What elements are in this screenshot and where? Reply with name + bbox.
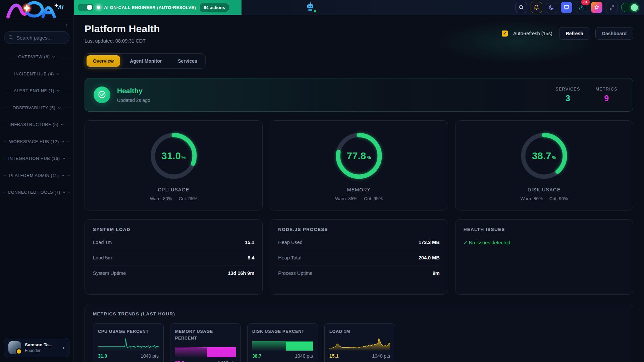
- chevron-down-icon: [58, 107, 61, 109]
- sidebar: AI ‹ OVERVIEW (6) INCIDENT HUB (4) ALERT…: [0, 0, 74, 362]
- gauge-label: DISK USAGE: [528, 187, 561, 192]
- expand-icon[interactable]: [606, 2, 618, 13]
- gauge-label: CPU USAGE: [158, 187, 190, 192]
- chevron-down-icon: [61, 141, 64, 143]
- gauge-card: 38.7% DISK USAGE Warn: 80% Crit: 90%: [455, 120, 633, 210]
- trend-card: DISK USAGE PERCENT 38.7 1040 pts: [247, 323, 318, 362]
- chat-icon[interactable]: [561, 2, 572, 13]
- metric-value: 9m: [433, 270, 440, 276]
- notification-count-badge: 31: [581, 0, 590, 5]
- nav-item-label: OVERVIEW (6): [18, 55, 50, 59]
- metrics-trends-panel: METRICS TRENDS (LAST HOUR) CPU USAGE PER…: [85, 304, 633, 362]
- chevron-down-icon: [56, 73, 59, 75]
- sidebar-item-infrastructure-5[interactable]: INFRASTRUCTURE (5): [3, 116, 70, 133]
- sidebar-item-integration-hub-16[interactable]: INTEGRATION HUB (16): [3, 150, 70, 167]
- info-card-title: NODE.JS PROCESS: [278, 227, 439, 232]
- gauge-thresholds: Warn: 85% Crit: 95%: [335, 196, 383, 201]
- toggle-knob: [631, 4, 638, 11]
- status-text: Healthy: [117, 87, 150, 95]
- chevron-down-icon: [62, 158, 65, 160]
- metric-label: Load 5m: [93, 255, 112, 260]
- sidebar-item-overview-6[interactable]: OVERVIEW (6): [3, 49, 70, 66]
- stat-value: 9: [596, 94, 618, 103]
- trend-title: LOAD 1M: [329, 328, 390, 335]
- sidebar-item-workspace-hub-12[interactable]: WORKSPACE HUB (12): [3, 133, 70, 150]
- star-icon[interactable]: [591, 2, 602, 13]
- search-input[interactable]: [4, 31, 69, 44]
- nav-item-label: INCIDENT HUB (4): [14, 72, 54, 76]
- agent-toggle[interactable]: [78, 4, 93, 11]
- warn-threshold: Warn: 85%: [335, 196, 357, 201]
- status-banner: Healthy Updated 2s ago SERVICES 3 METRIC…: [85, 78, 633, 112]
- sidebar-item-alert-engine-1[interactable]: ALERT ENGINE (1): [3, 82, 70, 100]
- tab-overview[interactable]: Overview: [87, 55, 120, 67]
- nav-item-label: PLATFORM ADMIN (11): [9, 173, 59, 178]
- dashboard-button[interactable]: Dashboard: [595, 27, 633, 40]
- info-metric-row: Load 1m 15.1: [93, 235, 254, 250]
- trend-row: CPU USAGE PERCENT 31.0 1040 pts MEMORY U…: [93, 323, 625, 362]
- chevron-down-icon: [61, 124, 64, 126]
- nav-item-label: INFRASTRUCTURE (5): [10, 122, 59, 127]
- crit-threshold: Crit: 95%: [179, 196, 198, 201]
- page-title: Platform Health: [85, 23, 160, 35]
- nova-ai-logo[interactable]: AI: [0, 0, 73, 19]
- sidebar-collapse-icon[interactable]: ‹: [65, 22, 67, 28]
- chevron-down-icon: [57, 90, 60, 92]
- trend-title: MEMORY USAGE PERCENT: [175, 328, 236, 342]
- crit-threshold: Crit: 90%: [549, 196, 568, 201]
- trend-card: MEMORY USAGE PERCENT 77.8 1040 pts: [170, 323, 241, 362]
- gauge-row: 31.0% CPU USAGE Warn: 80% Crit: 95% 77.8…: [85, 120, 633, 210]
- refresh-button[interactable]: Refresh: [559, 27, 590, 40]
- nav-item-label: OBSERVABILITY (5): [13, 106, 56, 110]
- bell-icon[interactable]: [531, 2, 542, 13]
- info-card-title: SYSTEM LOAD: [93, 227, 254, 232]
- sidebar-item-connected-tools-7[interactable]: CONNECTED TOOLS (7): [3, 184, 70, 201]
- svg-text:AI: AI: [57, 4, 64, 11]
- sparkline-chart: [98, 338, 159, 351]
- sidebar-item-incident-hub-4[interactable]: INCIDENT HUB (4): [3, 66, 70, 83]
- assistant-robot-icon[interactable]: [305, 2, 316, 13]
- info-card-rows: Heap Used 173.3 MB Heap Total 204.0 MB P…: [278, 235, 439, 281]
- info-metric-row: Load 5m 8.4: [93, 250, 254, 266]
- metric-value: 173.3 MB: [419, 240, 440, 245]
- trend-points-count: 1040 pts: [372, 353, 390, 359]
- search-icon: [8, 35, 13, 41]
- tab-services[interactable]: Services: [171, 55, 204, 67]
- avatar: [8, 341, 21, 354]
- content: Platform Health Last updated: 08:09:31 C…: [74, 15, 644, 362]
- metric-value: 8.4: [248, 255, 254, 260]
- inbox-tray-icon[interactable]: 31: [576, 2, 587, 13]
- trend-points-count: 1040 pts: [295, 353, 313, 359]
- user-profile[interactable]: Samson Ta... Founder ▲: [4, 338, 69, 357]
- metric-label: Heap Total: [278, 255, 301, 260]
- theme-toggle[interactable]: [621, 3, 639, 12]
- sidebar-item-observability-5[interactable]: OBSERVABILITY (5): [3, 100, 70, 117]
- profile-name: Samson Ta...: [25, 342, 52, 347]
- info-card-rows: Load 1m 15.1 Load 5m 8.4 System Uptime 1…: [93, 235, 254, 281]
- metric-label: System Uptime: [93, 270, 126, 276]
- metric-value: 204.0 MB: [419, 255, 440, 260]
- agent-label: AI ON-CALL ENGINEER (AUTO-RESOLVE): [104, 5, 196, 10]
- healthy-check-icon: [94, 86, 110, 103]
- gauge-thresholds: Warn: 80% Crit: 95%: [150, 196, 198, 201]
- moon-icon[interactable]: [546, 2, 557, 13]
- trend-value: 31.0: [98, 353, 107, 359]
- auto-refresh-checkbox[interactable]: ✓: [502, 31, 508, 37]
- metric-value: 15.1: [245, 240, 254, 245]
- gauge-value: 31.0%: [147, 129, 201, 183]
- online-status-dot: [313, 9, 317, 13]
- warn-threshold: Warn: 80%: [150, 196, 172, 201]
- info-card: SYSTEM LOAD Load 1m 15.1 Load 5m 8.4 Sys…: [85, 219, 263, 295]
- sidebar-item-platform-admin-11[interactable]: PLATFORM ADMIN (11): [3, 167, 70, 184]
- sparkline-chart: [329, 338, 390, 351]
- tab-agent-monitor[interactable]: Agent Monitor: [123, 55, 168, 67]
- gauge-thresholds: Warn: 80% Crit: 90%: [520, 196, 568, 201]
- info-card-rows: ✓ No issues detected: [464, 240, 625, 245]
- sparkline-chart: [175, 345, 236, 357]
- metric-label: Process Uptime: [278, 270, 312, 276]
- main-area: AI ON-CALL ENGINEER (AUTO-RESOLVE) 64 ac…: [74, 0, 644, 362]
- header-controls: ✓ Auto-refresh (15s) Refresh Dashboard: [502, 27, 633, 40]
- search-icon[interactable]: [516, 2, 527, 13]
- stat-label: METRICS: [596, 87, 618, 92]
- sidebar-search: [4, 31, 69, 44]
